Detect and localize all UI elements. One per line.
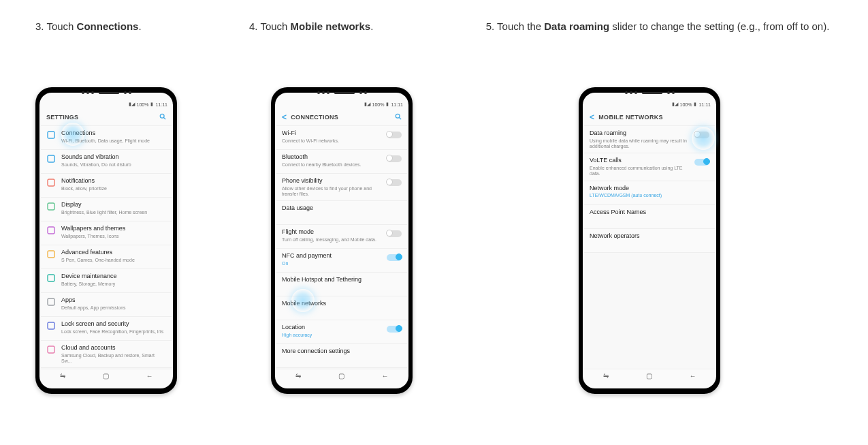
mobilenet-row-network-mode[interactable]: Network modeLTE/WCDMA/GSM (auto connect) [584,181,715,205]
home-button[interactable]: ▢ [338,372,344,380]
row-icon [46,130,56,140]
row-text: DisplayBrightness, Blue light filter, Ho… [61,202,166,215]
connections-row-more-connection-settings[interactable]: More connection settings [276,344,407,368]
toggle-switch[interactable] [387,132,402,138]
toggle-switch[interactable] [387,254,402,261]
toggle-switch[interactable] [694,132,709,138]
battery-icon: ▮ [694,102,696,107]
row-title: Device maintenance [61,273,166,280]
recents-button[interactable]: ⇋ [295,372,301,380]
row-subtitle: Brightness, Blue light filter, Home scre… [61,210,166,215]
row-text: Flight modeTurn off calling, messaging, … [282,229,384,243]
svg-rect-3 [48,155,54,162]
back-button[interactable]: ← [690,372,696,380]
recents-button[interactable]: ⇋ [603,372,609,380]
row-subtitle: Default apps, App permissions [61,305,166,311]
row-icon [46,178,56,187]
row-title: Sounds and vibration [61,154,166,161]
connections-row-mobile-hotspot-and-tethering[interactable]: Mobile Hotspot and Tethering [276,273,407,296]
mobilenet-row-access-point-names[interactable]: Access Point Names [584,205,715,229]
settings-row-notifications[interactable]: NotificationsBlock, allow, prioritize [41,174,172,198]
recents-button[interactable]: ⇋ [60,372,65,380]
toggle-switch[interactable] [694,159,709,166]
row-subtitle: Allow other devices to find your phone a… [282,186,384,196]
row-text: Mobile Hotspot and Tethering [282,277,402,283]
row-subtitle: Wallpapers, Themes, Icons [61,234,166,239]
connections-row-mobile-networks[interactable]: Mobile networks [276,296,407,320]
row-subtitle: Wi-Fi, Bluetooth, Data usage, Flight mod… [61,138,166,144]
search-icon[interactable] [159,112,166,122]
svg-point-12 [396,114,400,118]
settings-row-advanced-features[interactable]: Advanced featuresS Pen, Games, One-hande… [41,245,172,269]
connections-row-nfc-and-payment[interactable]: NFC and paymentOn [276,249,407,273]
toggle-switch[interactable] [387,155,402,162]
home-button[interactable]: ▢ [646,372,652,380]
row-text: NotificationsBlock, allow, prioritize [61,178,166,191]
row-icon [46,321,56,331]
settings-row-connections[interactable]: ConnectionsWi-Fi, Bluetooth, Data usage,… [41,126,172,150]
row-text: Device maintenanceBattery, Storage, Memo… [61,273,166,287]
svg-point-0 [160,114,164,118]
back-chevron-icon[interactable]: < [282,112,287,122]
back-button[interactable]: ← [382,372,389,380]
settings-row-device-maintenance[interactable]: Device maintenanceBattery, Storage, Memo… [41,269,172,293]
status-bar: ▮◢ 100% ▮ 11:11 [41,99,172,109]
row-title: Flight mode [282,229,384,236]
search-icon[interactable] [395,112,402,122]
row-text: Wi-FiConnect to Wi-Fi networks. [282,130,384,144]
mobilenet-row-data-roaming[interactable]: Data roamingUsing mobile data while roam… [584,126,715,153]
row-subtitle: Block, allow, prioritize [61,186,166,191]
row-icon [46,249,56,259]
settings-row-lock-screen-and-security[interactable]: Lock screen and securityLock screen, Fac… [41,317,172,341]
connections-row-phone-visibility[interactable]: Phone visibilityAllow other devices to f… [276,174,407,201]
row-subtitle: Turn off calling, messaging, and Mobile … [282,237,384,243]
connections-row-flight-mode[interactable]: Flight modeTurn off calling, messaging, … [276,225,407,249]
settings-row-display[interactable]: DisplayBrightness, Blue light filter, Ho… [41,198,172,221]
row-text: Cloud and accountsSamsung Cloud, Backup … [61,345,166,363]
settings-row-wallpapers-and-themes[interactable]: Wallpapers and themesWallpapers, Themes,… [41,221,172,245]
row-title: Data usage [282,205,402,212]
row-subtitle: On [282,261,384,266]
connections-row-data-usage[interactable]: Data usage [276,201,407,225]
row-text: Sounds and vibrationSounds, Vibration, D… [61,154,166,168]
screen-header: SETTINGS [41,109,172,126]
back-button[interactable]: ← [146,372,153,380]
connections-row-bluetooth[interactable]: BluetoothConnect to nearby Bluetooth dev… [276,150,407,174]
row-text: Network modeLTE/WCDMA/GSM (auto connect) [590,185,709,199]
row-icon [46,345,56,354]
row-title: Mobile Hotspot and Tethering [282,277,402,283]
toggle-switch[interactable] [387,230,402,237]
row-subtitle: Samsung Cloud, Backup and restore, Smart… [61,353,166,363]
row-title: Location [282,324,384,331]
row-title: Network operators [590,233,709,240]
battery-icon: ▮ [150,102,153,107]
home-button[interactable]: ▢ [103,372,109,380]
screen-header: < CONNECTIONS [276,109,407,126]
row-title: Bluetooth [282,154,384,161]
svg-rect-2 [48,132,54,138]
mobilenet-row-network-operators[interactable]: Network operators [584,229,715,253]
connections-row-wi-fi[interactable]: Wi-FiConnect to Wi-Fi networks. [276,126,407,150]
row-text: Mobile networks [282,301,402,307]
connections-row-location[interactable]: LocationHigh accuracy [276,320,407,344]
row-text: Data roamingUsing mobile data while roam… [590,130,692,149]
svg-line-1 [163,117,165,119]
settings-row-apps[interactable]: AppsDefault apps, App permissions [41,293,172,317]
connections-list: Wi-FiConnect to Wi-Fi networks.Bluetooth… [276,126,407,369]
svg-rect-6 [48,227,54,234]
row-text: Wallpapers and themesWallpapers, Themes,… [61,226,166,239]
row-title: Notifications [61,178,166,185]
row-icon [46,226,56,235]
row-subtitle: Lock screen, Face Recognition, Fingerpri… [61,329,166,335]
settings-row-cloud-and-accounts[interactable]: Cloud and accountsSamsung Cloud, Backup … [41,341,172,368]
toggle-switch[interactable] [387,179,402,186]
row-text: ConnectionsWi-Fi, Bluetooth, Data usage,… [61,130,166,144]
row-title: Network mode [590,185,709,192]
mobile-networks-list: Data roamingUsing mobile data while roam… [584,126,715,369]
toggle-switch[interactable] [387,326,402,333]
status-bar: ▮◢ 100% ▮ 11:11 [584,99,715,109]
svg-rect-5 [48,203,54,210]
back-chevron-icon[interactable]: < [590,112,594,122]
mobilenet-row-volte-calls[interactable]: VoLTE callsEnable enhanced communication… [584,153,715,181]
settings-row-sounds-and-vibration[interactable]: Sounds and vibrationSounds, Vibration, D… [41,150,172,174]
